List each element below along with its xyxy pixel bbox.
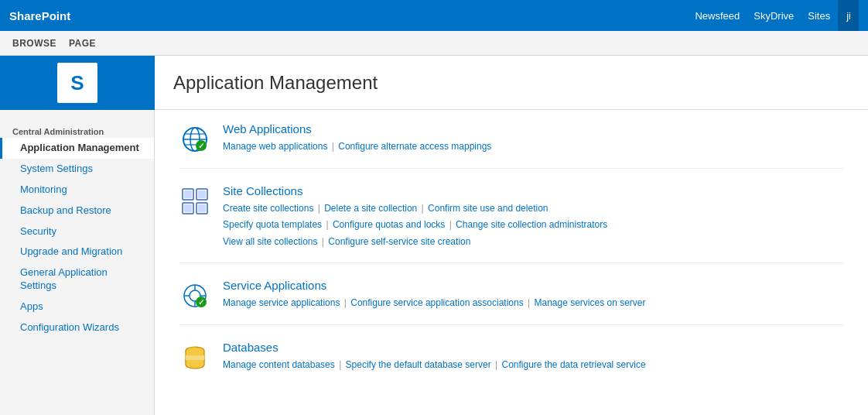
sep-1: | [332,141,337,152]
sidebar-item-backup-restore[interactable]: Backup and Restore [0,201,154,221]
link-specify-default-db-server[interactable]: Specify the default database server [346,359,491,370]
site-collections-links: Create site collections | Delete a site … [223,201,607,251]
page-heading: Application Management [155,56,868,109]
section-site-collections: Site Collections Create site collections… [179,184,843,264]
sharepoint-logo: S [57,63,97,103]
service-applications-icon: ✓ [179,280,210,311]
sidebar-item-monitoring[interactable]: Monitoring [0,180,154,201]
main-layout: Central Administration Application Manag… [0,110,868,415]
svg-rect-13 [184,204,192,212]
service-applications-title[interactable]: Service Applications [223,279,646,292]
sidebar-item-upgrade-migration[interactable]: Upgrade and Migration [0,242,154,262]
nav-skydrive[interactable]: SkyDrive [754,10,794,22]
ribbon-tab-browse[interactable]: BROWSE [12,38,56,49]
sidebar-item-security[interactable]: Security [0,221,154,242]
link-configure-self-service[interactable]: Configure self-service site creation [328,236,470,247]
nav-newsfeed[interactable]: Newsfeed [695,10,740,22]
page-title: Application Management [173,72,378,94]
link-specify-quota-templates[interactable]: Specify quota templates [223,219,322,230]
ribbon-tab-page[interactable]: PAGE [69,38,96,49]
link-configure-service-app-associations[interactable]: Configure service application associatio… [350,297,523,308]
web-applications-links: Manage web applications | Configure alte… [223,139,491,156]
nav-links: Newsfeed SkyDrive Sites [695,10,830,22]
user-avatar[interactable]: ji [838,0,859,31]
link-create-site-collections[interactable]: Create site collections [223,203,313,214]
site-collections-icon [179,186,210,217]
link-view-all-site-collections[interactable]: View all site collections [223,236,318,247]
link-configure-access-mappings[interactable]: Configure alternate access mappings [338,141,491,152]
link-configure-quotas-locks[interactable]: Configure quotas and locks [333,219,445,230]
logo-box: S [0,56,155,110]
site-collections-title[interactable]: Site Collections [223,184,607,197]
databases-body: Databases Manage content databases | Spe… [223,341,646,374]
databases-icon [179,342,210,373]
content-area: ✓ Web Applications Manage web applicatio… [155,110,868,415]
header: S Application Management [0,56,868,110]
link-manage-service-apps[interactable]: Manage service applications [223,297,340,308]
site-collections-body: Site Collections Create site collections… [223,184,607,251]
service-applications-body: Service Applications Manage service appl… [223,279,646,312]
section-service-applications: ✓ Service Applications Manage service ap… [179,279,843,325]
svg-text:✓: ✓ [198,142,204,150]
top-navigation: SharePoint Newsfeed SkyDrive Sites ji [0,0,868,31]
svg-rect-28 [186,355,204,360]
service-applications-links: Manage service applications | Configure … [223,295,646,312]
svg-text:✓: ✓ [198,298,204,307]
sidebar-item-apps[interactable]: Apps [0,297,154,317]
link-change-site-collection-admins[interactable]: Change site collection administrators [456,219,607,230]
databases-links: Manage content databases | Specify the d… [223,357,646,374]
web-applications-title[interactable]: Web Applications [223,122,491,135]
sp-logo-letter: S [70,73,84,93]
link-configure-data-retrieval[interactable]: Configure the data retrieval service [502,359,646,370]
svg-rect-11 [184,190,192,198]
link-manage-content-databases[interactable]: Manage content databases [223,359,335,370]
web-applications-body: Web Applications Manage web applications… [223,122,491,156]
section-web-applications: ✓ Web Applications Manage web applicatio… [179,122,843,169]
sidebar: Central Administration Application Manag… [0,110,155,415]
sidebar-item-application-management[interactable]: Application Management [0,138,154,159]
svg-rect-12 [198,190,206,198]
web-applications-icon: ✓ [179,124,210,155]
sidebar-item-system-settings[interactable]: System Settings [0,159,154,180]
section-databases: Databases Manage content databases | Spe… [179,341,843,386]
link-confirm-site-use[interactable]: Confirm site use and deletion [428,203,548,214]
sidebar-item-configuration-wizards[interactable]: Configuration Wizards [0,317,154,338]
databases-title[interactable]: Databases [223,341,646,354]
sidebar-section-title: Central Administration [0,124,154,138]
sidebar-item-general-application[interactable]: General Application Settings [0,262,154,297]
svg-rect-14 [198,204,206,212]
nav-sites[interactable]: Sites [808,10,830,22]
brand-logo[interactable]: SharePoint [9,9,70,22]
link-manage-services-on-server[interactable]: Manage services on server [534,297,645,308]
link-manage-web-apps[interactable]: Manage web applications [223,141,327,152]
ribbon: BROWSE PAGE [0,31,868,56]
link-delete-site-collection[interactable]: Delete a site collection [324,203,417,214]
svg-rect-30 [186,360,204,365]
